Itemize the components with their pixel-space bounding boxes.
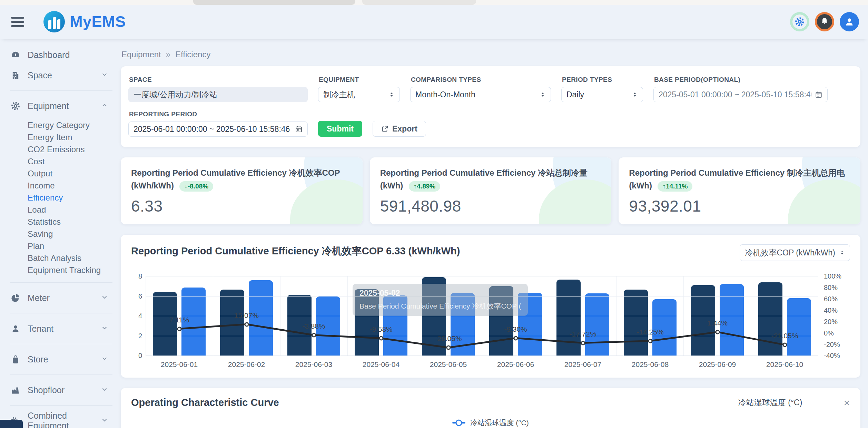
sidebar-subitem-energy-item[interactable]: Energy Item xyxy=(28,131,121,143)
change-percent-label: -3.88% xyxy=(302,322,325,330)
equipment-field: EQUIPMENT 制冷主机 xyxy=(318,76,400,102)
sidebar-item-tenant[interactable]: Tenant xyxy=(10,317,121,340)
x-axis-label: 2025-06-10 xyxy=(751,360,818,369)
sidebar-divider xyxy=(10,90,112,91)
x-axis-label: 2025-06-05 xyxy=(415,360,482,369)
sidebar-subitem-saving[interactable]: Saving xyxy=(28,228,121,240)
x-axis-label: 2025-06-08 xyxy=(617,360,684,369)
sidebar-item-combined-equipment[interactable]: Combined Equipment xyxy=(10,409,121,428)
line-point[interactable] xyxy=(177,327,181,331)
x-axis-label: 2025-06-07 xyxy=(549,360,617,369)
sidebar-subitem-load[interactable]: Load xyxy=(28,204,121,216)
change-percent-label: 7.11% xyxy=(169,316,189,324)
sidebar-subitem-income[interactable]: Income xyxy=(28,179,121,192)
export-icon xyxy=(381,125,389,133)
line-point[interactable] xyxy=(312,333,316,338)
sidebar-item-dashboard[interactable]: Dashboard xyxy=(10,46,121,64)
kpi-title: Reporting Period Cumulative Efficiency 冷… xyxy=(131,168,340,190)
comparison-field: COMPARISON TYPES Month-On-Month xyxy=(410,76,551,102)
sidebar-subitem-equipment-tracking[interactable]: Equipment Tracking xyxy=(28,264,121,276)
sidebar-divider xyxy=(10,344,112,344)
space-label: SPACE xyxy=(129,76,308,84)
chart-metric-select[interactable]: 冷机效率COP (kWh/kWh) xyxy=(740,244,850,261)
left-y-axis: 86420 xyxy=(131,276,146,356)
sidebar-item-label: Shopfloor xyxy=(28,385,65,395)
updown-arrows-icon xyxy=(839,250,845,255)
user-avatar-button[interactable] xyxy=(840,12,859,31)
x-axis-label: 2025-06-01 xyxy=(146,360,213,369)
submit-button[interactable]: Submit xyxy=(318,121,362,137)
sidebar-item-space[interactable]: Space xyxy=(10,64,121,87)
browser-tab-shape xyxy=(193,0,355,5)
base-period-input[interactable]: 2025-05-01 00:00:00 ~ 2025-05-10 15:58:4… xyxy=(653,87,828,102)
close-icon[interactable]: × xyxy=(844,397,850,408)
right-y-axis: 100%80%60%40%20%0%-20%-40% xyxy=(818,276,850,356)
period-types-select[interactable]: Daily xyxy=(561,87,643,102)
right-axis-tick: 0% xyxy=(824,329,834,337)
line-point[interactable] xyxy=(648,339,652,343)
line-point[interactable] xyxy=(446,346,451,350)
menu-toggle-button[interactable] xyxy=(9,15,26,29)
settings-button[interactable] xyxy=(790,12,809,31)
base-period-label: BASE PERIOD(OPTIONAL) xyxy=(654,76,828,84)
y-axis-tick: 6 xyxy=(138,292,142,300)
space-field: SPACE 一度城/公用动力/制冷站 xyxy=(128,76,308,102)
space-input[interactable]: 一度城/公用动力/制冷站 xyxy=(128,87,308,102)
x-axis-label: 2025-06-03 xyxy=(280,360,347,369)
sidebar-item-store[interactable]: Store xyxy=(10,348,121,371)
breadcrumb-equipment[interactable]: Equipment xyxy=(121,50,161,59)
sidebar-divider xyxy=(10,282,112,283)
notifications-button[interactable] xyxy=(815,12,834,31)
gridline xyxy=(146,356,818,356)
legend-line-marker-icon xyxy=(452,422,465,424)
sidebar-subitem-energy-category[interactable]: Energy Category xyxy=(28,119,121,131)
reporting-period-input[interactable]: 2025-06-01 00:00:00 ~ 2025-06-10 15:58:4… xyxy=(128,121,308,137)
person-icon xyxy=(10,324,21,333)
sidebar-subitem-cost[interactable]: Cost xyxy=(28,155,121,167)
bag-icon xyxy=(10,354,21,364)
sidebar-subitem-co2-emissions[interactable]: CO2 Emissions xyxy=(28,143,121,155)
factory-icon xyxy=(10,385,21,395)
curve-series-tag: 冷站湿球温度 (°C) xyxy=(738,397,802,408)
navbar-actions xyxy=(790,12,859,31)
tooltip-date: 2025-05-02 xyxy=(359,289,521,298)
filter-panel: SPACE 一度城/公用动力/制冷站 EQUIPMENT 制冷主机 COM xyxy=(121,66,860,147)
sidebar-subitem-output[interactable]: Output xyxy=(28,167,121,179)
line-point[interactable] xyxy=(379,336,383,341)
sidebar-subitem-efficiency[interactable]: Efficiency xyxy=(28,192,121,204)
kpi-value: 591,480.98 xyxy=(380,197,601,215)
chevron-down-icon xyxy=(101,385,108,395)
right-axis-tick: -20% xyxy=(824,340,840,348)
sidebar-item-meter[interactable]: Meter xyxy=(10,286,121,310)
kpi-value: 6.33 xyxy=(131,197,352,215)
sidebar-divider xyxy=(10,374,112,375)
comparison-select[interactable]: Month-On-Month xyxy=(410,87,551,102)
export-button[interactable]: Export xyxy=(373,121,426,137)
sidebar-subitem-batch-analysis[interactable]: Batch Analysis xyxy=(28,252,121,264)
sidebar-subitem-statistics[interactable]: Statistics xyxy=(28,216,121,228)
bell-icon xyxy=(820,17,829,26)
sidebar-item-shopfloor[interactable]: Shopfloor xyxy=(10,378,121,402)
line-point[interactable] xyxy=(581,341,585,345)
line-point[interactable] xyxy=(513,336,518,340)
right-axis-tick: 40% xyxy=(824,306,838,314)
brand-logo[interactable]: MyEMS xyxy=(43,11,126,32)
change-percent-label: -26.05% xyxy=(435,334,462,343)
line-point[interactable] xyxy=(715,330,720,334)
change-percent-label: -17.72% xyxy=(569,330,596,338)
line-point[interactable] xyxy=(782,343,787,347)
reporting-period-field: REPORTING PERIOD 2025-06-01 00:00:00 ~ 2… xyxy=(128,110,308,137)
sidebar-item-label: Meter xyxy=(28,293,50,303)
curve-legend[interactable]: 冷站湿球温度 (°C) xyxy=(131,418,850,428)
bar-plot: 7.11%15.07%-3.88%-9.58%-26.05%-9.30%-17.… xyxy=(146,276,818,356)
sidebar-subitem-plan[interactable]: Plan xyxy=(28,240,121,252)
tooltip-value: Base Period Cumulative Efficiency 冷机效率CO… xyxy=(359,301,521,311)
sidebar-item-label: Store xyxy=(28,354,48,364)
sidebar-item-equipment[interactable]: Equipment xyxy=(10,94,121,118)
line-point[interactable] xyxy=(244,322,249,327)
chart-title: Reporting Period Cumulative Efficiency 冷… xyxy=(131,244,460,258)
change-percent-label: -14.25% xyxy=(637,328,663,336)
equipment-select[interactable]: 制冷主机 xyxy=(318,87,400,102)
myems-logo-icon xyxy=(43,11,65,32)
sidebar-submenu: Energy CategoryEnergy ItemCO2 EmissionsC… xyxy=(10,118,121,279)
